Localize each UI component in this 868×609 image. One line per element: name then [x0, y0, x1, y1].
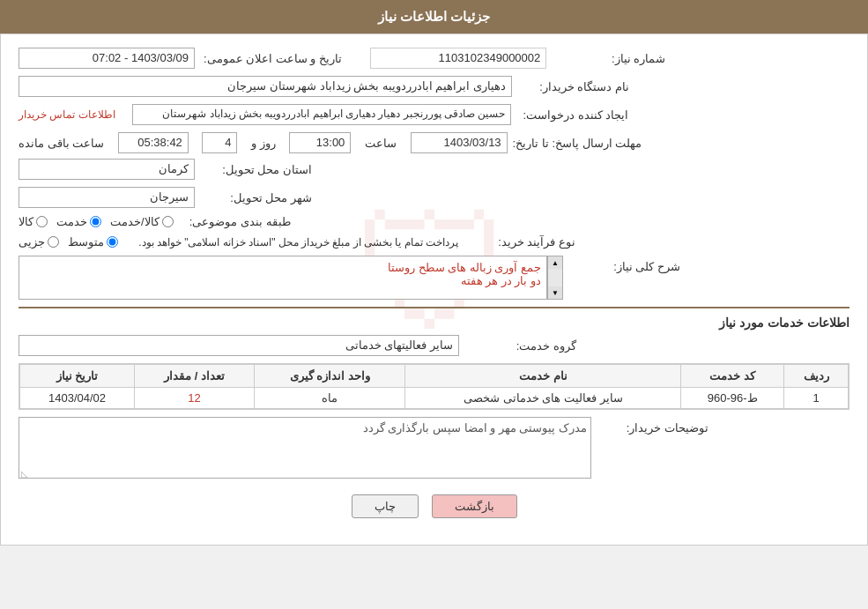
cell-service-code: ط-96-960: [681, 388, 784, 409]
remaining-label: ساعت باقی مانده: [19, 137, 104, 150]
buyer-notes-textarea[interactable]: [19, 417, 591, 479]
province-value: کرمان: [19, 159, 195, 180]
category-option-3[interactable]: کالا/خدمت: [110, 215, 174, 228]
category-label-2: خدمت: [56, 215, 87, 228]
city-row: شهر محل تحویل: سیرجان: [19, 187, 849, 208]
purchase-label: نوع فرآیند خرید:: [465, 235, 580, 249]
group-value: سایر فعالیتهای خدماتی: [19, 335, 459, 356]
services-table-wrapper: ردیف کد خدمت نام خدمت واحد اندازه گیری ت…: [19, 363, 849, 410]
page-title: جزئیات اطلاعات نیاز: [378, 9, 490, 24]
deadline-time: 13:00: [289, 132, 351, 153]
services-table: ردیف کد خدمت نام خدمت واحد اندازه گیری ت…: [19, 364, 849, 409]
cell-row-num: 1: [784, 388, 849, 409]
shmare-row: شماره نیاز: 1103102349000002 تاریخ و ساع…: [19, 48, 849, 69]
description-box: جمع آوری زباله های سطح روستا دو بار در ه…: [19, 256, 547, 300]
creator-value: حسین صادقی پوررنجبر دهیار دهیاری ابراهیم…: [132, 104, 511, 125]
purchase-label-2: متوسط: [68, 235, 104, 249]
creator-label: ایجاد کننده درخواست:: [518, 108, 633, 122]
category-options: کالا/خدمت خدمت کالا: [19, 215, 174, 228]
category-option-1[interactable]: کالا: [19, 215, 48, 228]
back-button[interactable]: بازگشت: [432, 494, 517, 518]
creator-row: ایجاد کننده درخواست: حسین صادقی پوررنجبر…: [19, 104, 849, 125]
date-label: تاریخ و ساعت اعلان عمومی:: [204, 52, 346, 65]
col-service-code: کد خدمت: [681, 365, 784, 388]
scroll-down-button[interactable]: ▼: [548, 286, 562, 299]
col-quantity: تعداد / مقدار: [135, 365, 255, 388]
col-service-name: نام خدمت: [405, 365, 681, 388]
scroll-up-button[interactable]: ▲: [548, 256, 562, 269]
purchase-note: پرداخت تمام یا بخشی از مبلغ خریداز محل "…: [138, 236, 458, 249]
buttons-row: بازگشت چاپ: [19, 494, 849, 531]
description-label: شرح کلی نیاز:: [570, 256, 685, 273]
shmare-value: 1103102349000002: [370, 48, 546, 69]
cell-date: 1403/04/02: [20, 388, 135, 409]
purchase-options: متوسط جزیی: [19, 235, 118, 249]
cell-quantity: 12: [135, 388, 255, 409]
purchase-radio-1[interactable]: [48, 236, 59, 248]
deadline-time-label: ساعت: [365, 137, 397, 150]
desc-wrapper: شرح کلی نیاز: ▲ ▼ جمع آوری زباله های سطح…: [19, 256, 849, 300]
buyer-notes-label: توضیحات خریدار:: [598, 417, 713, 434]
category-row: طبقه بندی موضوعی: کالا/خدمت خدمت کالا: [19, 215, 849, 228]
city-value: سیرجان: [19, 187, 195, 208]
deadline-days: 4: [202, 132, 237, 153]
category-radio-1[interactable]: [36, 216, 48, 227]
buyer-notes-section: توضیحات خریدار: مدرک پیوستی مهر و امضا س…: [19, 417, 849, 481]
org-label: نام دستگاه خریدار:: [519, 80, 634, 93]
purchase-radio-2[interactable]: [107, 236, 118, 248]
province-row: استان محل تحویل: کرمان: [19, 159, 849, 180]
city-label: شهر محل تحویل:: [202, 191, 316, 204]
deadline-date: 1403/03/13: [411, 132, 508, 153]
deadline-label: مهلت ارسال پاسخ: تا تاریخ:: [513, 137, 647, 150]
cell-service-name: سایر فعالیت های خدماتی شخصی: [405, 388, 681, 409]
col-row-num: ردیف: [784, 365, 849, 388]
purchase-option-1[interactable]: جزیی: [19, 235, 59, 249]
category-label-3: کالا/خدمت: [110, 215, 160, 228]
org-row: نام دستگاه خریدار: دهیاری ابراهیم ابادرر…: [19, 76, 849, 97]
deadline-days-label: روز و: [251, 137, 276, 150]
category-radio-2[interactable]: [90, 216, 101, 227]
purchase-row: نوع فرآیند خرید: پرداخت تمام یا بخشی از …: [19, 235, 849, 249]
cell-unit: ماه: [255, 388, 405, 409]
table-row: 1 ط-96-960 سایر فعالیت های خدماتی شخصی م…: [20, 388, 849, 409]
remaining-time: 05:38:42: [118, 132, 189, 153]
description-section: شرح کلی نیاز: ▲ ▼ جمع آوری زباله های سطح…: [19, 256, 849, 300]
group-label: گروه خدمت:: [466, 339, 581, 353]
services-section-title: اطلاعات خدمات مورد نیاز: [19, 307, 849, 330]
deadline-row: مهلت ارسال پاسخ: تا تاریخ: 1403/03/13 سا…: [19, 132, 849, 153]
category-label-1: کالا: [19, 215, 33, 228]
col-unit: واحد اندازه گیری: [255, 365, 405, 388]
org-value: دهیاری ابراهیم ابادرردویبه بخش زیداباد ش…: [19, 76, 512, 97]
page-header: جزئیات اطلاعات نیاز: [0, 0, 868, 33]
description-line2: دو بار در هر هفته: [25, 274, 541, 287]
province-label: استان محل تحویل:: [202, 163, 316, 176]
group-row: گروه خدمت: سایر فعالیتهای خدماتی: [19, 335, 849, 356]
category-option-2[interactable]: خدمت: [56, 215, 101, 228]
category-radio-3[interactable]: [162, 216, 174, 227]
purchase-label-1: جزیی: [19, 235, 45, 249]
col-date: تاریخ نیاز: [20, 365, 135, 388]
shmare-label: شماره نیاز:: [555, 52, 670, 65]
purchase-option-2[interactable]: متوسط: [68, 235, 118, 249]
date-value: 1403/03/09 - 07:02: [19, 48, 195, 69]
description-line1: جمع آوری زباله های سطح روستا: [25, 261, 541, 274]
print-button[interactable]: چاپ: [352, 494, 419, 518]
table-header-row: ردیف کد خدمت نام خدمت واحد اندازه گیری ت…: [20, 365, 849, 388]
category-label: طبقه بندی موضوعی:: [181, 215, 295, 228]
desc-scrollbar[interactable]: ▲ ▼: [547, 256, 563, 300]
contact-link[interactable]: اطلاعات تماس خریدار: [19, 108, 115, 121]
